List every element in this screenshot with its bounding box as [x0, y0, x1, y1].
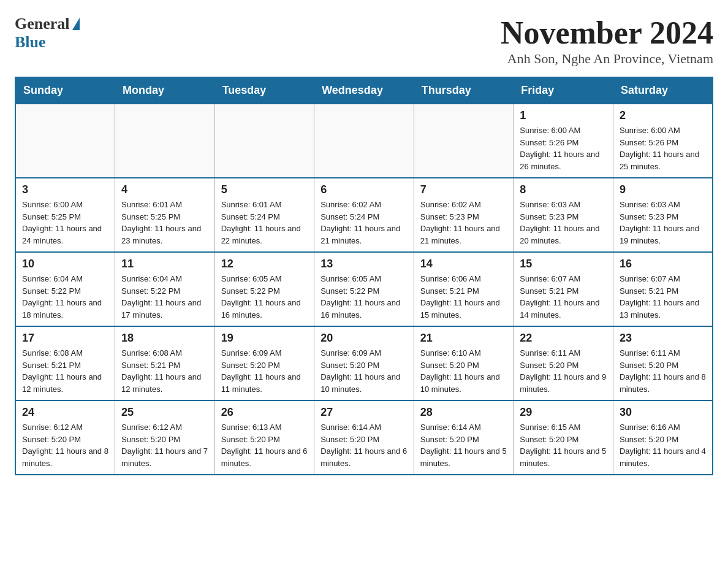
- day-info: Sunrise: 6:07 AM Sunset: 5:21 PM Dayligh…: [620, 273, 706, 321]
- day-info: Sunrise: 6:00 AM Sunset: 5:26 PM Dayligh…: [520, 124, 607, 172]
- logo-blue-text: Blue: [15, 33, 46, 52]
- day-info: Sunrise: 6:02 AM Sunset: 5:23 PM Dayligh…: [420, 199, 507, 247]
- day-number: 19: [221, 332, 308, 345]
- calendar-cell: [414, 104, 514, 178]
- calendar-week-row: 10Sunrise: 6:04 AM Sunset: 5:22 PM Dayli…: [15, 252, 713, 326]
- day-number: 11: [121, 258, 208, 270]
- calendar-cell: 2Sunrise: 6:00 AM Sunset: 5:26 PM Daylig…: [613, 104, 713, 178]
- col-header-sunday: Sunday: [15, 77, 115, 104]
- calendar-cell: 26Sunrise: 6:13 AM Sunset: 5:20 PM Dayli…: [214, 400, 314, 475]
- day-number: 25: [121, 406, 208, 419]
- calendar-cell: 11Sunrise: 6:04 AM Sunset: 5:22 PM Dayli…: [115, 252, 215, 326]
- day-number: 7: [420, 183, 507, 196]
- day-number: 3: [22, 183, 108, 196]
- month-title: November 2024: [501, 15, 713, 51]
- day-info: Sunrise: 6:01 AM Sunset: 5:24 PM Dayligh…: [221, 199, 308, 247]
- day-info: Sunrise: 6:16 AM Sunset: 5:20 PM Dayligh…: [620, 421, 706, 469]
- day-number: 22: [520, 332, 607, 345]
- col-header-tuesday: Tuesday: [214, 77, 314, 104]
- day-number: 23: [620, 332, 706, 345]
- title-area: November 2024 Anh Son, Nghe An Province,…: [501, 15, 713, 67]
- day-info: Sunrise: 6:01 AM Sunset: 5:25 PM Dayligh…: [121, 199, 208, 247]
- day-number: 16: [620, 258, 706, 270]
- calendar-week-row: 1Sunrise: 6:00 AM Sunset: 5:26 PM Daylig…: [15, 104, 713, 178]
- calendar-cell: 30Sunrise: 6:16 AM Sunset: 5:20 PM Dayli…: [613, 400, 713, 475]
- day-number: 30: [620, 406, 706, 419]
- day-number: 17: [22, 332, 108, 345]
- calendar-cell: 7Sunrise: 6:02 AM Sunset: 5:23 PM Daylig…: [414, 178, 514, 252]
- calendar-cell: 12Sunrise: 6:05 AM Sunset: 5:22 PM Dayli…: [214, 252, 314, 326]
- day-info: Sunrise: 6:00 AM Sunset: 5:25 PM Dayligh…: [22, 199, 108, 247]
- calendar-cell: 4Sunrise: 6:01 AM Sunset: 5:25 PM Daylig…: [115, 178, 215, 252]
- day-info: Sunrise: 6:07 AM Sunset: 5:21 PM Dayligh…: [520, 273, 607, 321]
- day-info: Sunrise: 6:14 AM Sunset: 5:20 PM Dayligh…: [420, 421, 507, 469]
- day-info: Sunrise: 6:10 AM Sunset: 5:20 PM Dayligh…: [420, 347, 507, 395]
- day-info: Sunrise: 6:08 AM Sunset: 5:21 PM Dayligh…: [121, 347, 208, 395]
- day-info: Sunrise: 6:08 AM Sunset: 5:21 PM Dayligh…: [22, 347, 108, 395]
- logo: General Blue: [15, 15, 80, 52]
- calendar-cell: 8Sunrise: 6:03 AM Sunset: 5:23 PM Daylig…: [514, 178, 613, 252]
- day-info: Sunrise: 6:02 AM Sunset: 5:24 PM Dayligh…: [320, 199, 408, 247]
- day-number: 29: [520, 406, 607, 419]
- day-info: Sunrise: 6:09 AM Sunset: 5:20 PM Dayligh…: [221, 347, 308, 395]
- day-info: Sunrise: 6:15 AM Sunset: 5:20 PM Dayligh…: [520, 421, 607, 469]
- day-number: 20: [320, 332, 408, 345]
- calendar-cell: [214, 104, 314, 178]
- calendar-cell: 15Sunrise: 6:07 AM Sunset: 5:21 PM Dayli…: [514, 252, 613, 326]
- day-number: 12: [221, 258, 308, 270]
- calendar-cell: [115, 104, 215, 178]
- day-number: 27: [320, 406, 408, 419]
- day-number: 26: [221, 406, 308, 419]
- day-info: Sunrise: 6:11 AM Sunset: 5:20 PM Dayligh…: [620, 347, 706, 395]
- day-number: 2: [620, 109, 706, 122]
- day-info: Sunrise: 6:00 AM Sunset: 5:26 PM Dayligh…: [620, 124, 706, 172]
- calendar-cell: 23Sunrise: 6:11 AM Sunset: 5:20 PM Dayli…: [613, 326, 713, 400]
- calendar-cell: 27Sunrise: 6:14 AM Sunset: 5:20 PM Dayli…: [314, 400, 414, 475]
- day-info: Sunrise: 6:03 AM Sunset: 5:23 PM Dayligh…: [620, 199, 706, 247]
- calendar-cell: 28Sunrise: 6:14 AM Sunset: 5:20 PM Dayli…: [414, 400, 514, 475]
- calendar-cell: 17Sunrise: 6:08 AM Sunset: 5:21 PM Dayli…: [15, 326, 115, 400]
- day-info: Sunrise: 6:14 AM Sunset: 5:20 PM Dayligh…: [320, 421, 408, 469]
- logo-triangle-icon: [72, 18, 80, 30]
- day-info: Sunrise: 6:11 AM Sunset: 5:20 PM Dayligh…: [520, 347, 607, 395]
- col-header-saturday: Saturday: [613, 77, 713, 104]
- day-number: 21: [420, 332, 507, 345]
- calendar-week-row: 3Sunrise: 6:00 AM Sunset: 5:25 PM Daylig…: [15, 178, 713, 252]
- calendar-week-row: 24Sunrise: 6:12 AM Sunset: 5:20 PM Dayli…: [15, 400, 713, 475]
- day-number: 1: [520, 109, 607, 122]
- day-number: 9: [620, 183, 706, 196]
- day-number: 28: [420, 406, 507, 419]
- calendar-cell: 29Sunrise: 6:15 AM Sunset: 5:20 PM Dayli…: [514, 400, 613, 475]
- day-number: 14: [420, 258, 507, 270]
- calendar-cell: 22Sunrise: 6:11 AM Sunset: 5:20 PM Dayli…: [514, 326, 613, 400]
- day-info: Sunrise: 6:05 AM Sunset: 5:22 PM Dayligh…: [320, 273, 408, 321]
- calendar-cell: 1Sunrise: 6:00 AM Sunset: 5:26 PM Daylig…: [514, 104, 613, 178]
- day-number: 10: [22, 258, 108, 270]
- calendar-cell: 20Sunrise: 6:09 AM Sunset: 5:20 PM Dayli…: [314, 326, 414, 400]
- calendar-cell: 13Sunrise: 6:05 AM Sunset: 5:22 PM Dayli…: [314, 252, 414, 326]
- day-number: 24: [22, 406, 108, 419]
- header: General Blue November 2024 Anh Son, Nghe…: [15, 15, 713, 67]
- day-info: Sunrise: 6:05 AM Sunset: 5:22 PM Dayligh…: [221, 273, 308, 321]
- day-number: 6: [320, 183, 408, 196]
- day-number: 13: [320, 258, 408, 270]
- day-info: Sunrise: 6:09 AM Sunset: 5:20 PM Dayligh…: [320, 347, 408, 395]
- col-header-thursday: Thursday: [414, 77, 514, 104]
- col-header-monday: Monday: [115, 77, 215, 104]
- day-info: Sunrise: 6:06 AM Sunset: 5:21 PM Dayligh…: [420, 273, 507, 321]
- calendar-cell: 19Sunrise: 6:09 AM Sunset: 5:20 PM Dayli…: [214, 326, 314, 400]
- col-header-wednesday: Wednesday: [314, 77, 414, 104]
- calendar-cell: [314, 104, 414, 178]
- day-info: Sunrise: 6:03 AM Sunset: 5:23 PM Dayligh…: [520, 199, 607, 247]
- logo-general-text: General: [15, 15, 70, 33]
- day-info: Sunrise: 6:12 AM Sunset: 5:20 PM Dayligh…: [22, 421, 108, 469]
- day-number: 15: [520, 258, 607, 270]
- day-number: 4: [121, 183, 208, 196]
- calendar-table: SundayMondayTuesdayWednesdayThursdayFrid…: [15, 77, 713, 475]
- day-number: 5: [221, 183, 308, 196]
- calendar-cell: 25Sunrise: 6:12 AM Sunset: 5:20 PM Dayli…: [115, 400, 215, 475]
- day-info: Sunrise: 6:04 AM Sunset: 5:22 PM Dayligh…: [22, 273, 108, 321]
- calendar-cell: 21Sunrise: 6:10 AM Sunset: 5:20 PM Dayli…: [414, 326, 514, 400]
- col-header-friday: Friday: [514, 77, 613, 104]
- calendar-cell: 6Sunrise: 6:02 AM Sunset: 5:24 PM Daylig…: [314, 178, 414, 252]
